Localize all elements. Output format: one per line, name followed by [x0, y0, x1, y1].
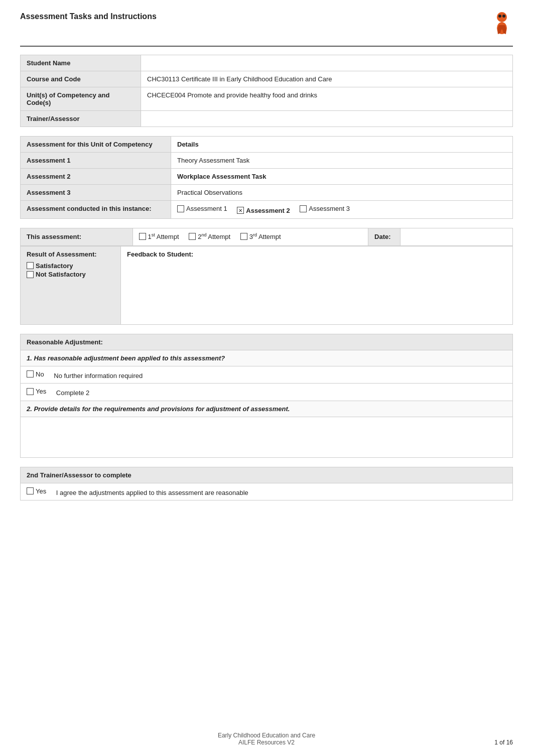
assessment3-checkbox-group[interactable]: Assessment 3 — [300, 205, 350, 212]
footer: Early Childhood Education and Care AILFE… — [0, 732, 533, 746]
assessment1-label: Assessment 1 — [21, 153, 171, 169]
page-title: Assessment Tasks and Instructions — [20, 10, 157, 21]
trainer-label: Trainer/Assessor — [21, 111, 141, 127]
assessment1-checkbox[interactable] — [177, 205, 184, 212]
assessment-col2-header: Details — [171, 137, 513, 153]
yes-group[interactable]: Yes — [27, 388, 46, 395]
attempt-table: This assessment: 1st Attempt 2nd Attempt… — [20, 228, 513, 246]
feedback-value — [127, 260, 506, 320]
trainer-value — [141, 111, 513, 127]
assessment3-checkbox-label: Assessment 3 — [309, 205, 350, 212]
student-name-label: Student Name — [21, 55, 141, 71]
assessment3-checkbox[interactable] — [300, 205, 307, 212]
reasonable-adjustment-section: Reasonable Adjustment: 1. Has reasonable… — [20, 334, 513, 458]
result-table: Result of Assessment: Satisfactory Not S… — [20, 246, 513, 325]
trainer-row: Trainer/Assessor — [21, 111, 513, 127]
q1-row: 1. Has reasonable adjustment been applie… — [21, 350, 512, 366]
assessment2-value: Workplace Assessment Task — [171, 169, 513, 185]
footer-center-text2: AILFE Resources V2 — [238, 739, 295, 746]
footer-center-text1: Early Childhood Education and Care — [218, 732, 315, 739]
assessment-unit-table: Assessment for this Unit of Competency D… — [20, 136, 513, 219]
header-logo — [483, 10, 513, 42]
not-satisfactory-label: Not Satisfactory — [36, 271, 86, 278]
assessment2-label: Assessment 2 — [21, 169, 171, 185]
second-trainer-section: 2nd Trainer/Assessor to complete Yes I a… — [20, 467, 513, 501]
no-label: No — [36, 370, 44, 378]
student-name-value — [141, 55, 513, 71]
second-trainer-header: 2nd Trainer/Assessor to complete — [21, 467, 512, 483]
attempt-checkboxes: 1st Attempt 2nd Attempt 3rd Attempt — [132, 228, 368, 245]
second-trainer-agree-row: Yes I agree the adjustments applied to t… — [21, 483, 512, 500]
assessment2-checkbox-group[interactable]: Assessment 2 — [237, 207, 290, 214]
assessment3-value: Practical Observations — [171, 185, 513, 201]
attempt-row: This assessment: 1st Attempt 2nd Attempt… — [21, 228, 513, 245]
student-info-table: Student Name Course and Code CHC30113 Ce… — [20, 55, 513, 127]
result-label: Result of Assessment: Satisfactory Not S… — [21, 246, 121, 324]
satisfactory-label: Satisfactory — [36, 262, 73, 270]
page-header: Assessment Tasks and Instructions — [20, 10, 513, 47]
yes-checkbox[interactable] — [27, 388, 34, 395]
result-row: Result of Assessment: Satisfactory Not S… — [21, 246, 513, 324]
assessment-header-row: Assessment for this Unit of Competency D… — [21, 137, 513, 153]
reasonable-adjustment-header: Reasonable Adjustment: — [21, 334, 512, 350]
not-satisfactory-checkbox[interactable] — [27, 271, 34, 278]
assessment-row-2: Assessment 2 Workplace Assessment Task — [21, 169, 513, 185]
yes-row: Yes Complete 2 — [21, 384, 512, 401]
no-group[interactable]: No — [27, 370, 44, 378]
conducted-value: Assessment 1 Assessment 2 Assessment 3 — [171, 201, 513, 219]
second-trainer-yes-checkbox[interactable] — [27, 487, 34, 494]
course-row: Course and Code CHC30113 Certificate III… — [21, 71, 513, 87]
feedback-label: Feedback to Student: — [127, 250, 193, 258]
assessment2-checkbox-label: Assessment 2 — [246, 207, 290, 214]
svg-point-0 — [497, 12, 507, 22]
second-trainer-yes-label: Yes — [36, 487, 46, 495]
course-label: Course and Code — [21, 71, 141, 87]
assessment-row-3: Assessment 3 Practical Observations — [21, 185, 513, 201]
course-value: CHC30113 Certificate III in Early Childh… — [141, 71, 513, 87]
result-of-assessment-label: Result of Assessment: — [27, 250, 97, 258]
q2-text: 2. Provide details for the requirements … — [27, 405, 290, 413]
yes-info: Complete 2 — [56, 389, 89, 397]
assessment3-label: Assessment 3 — [21, 185, 171, 201]
attempt3-checkbox[interactable] — [240, 233, 247, 240]
student-name-row: Student Name — [21, 55, 513, 71]
assessment1-value: Theory Assessment Task — [171, 153, 513, 169]
second-trainer-agree-text: I agree the adjustments applied to this … — [56, 488, 248, 496]
assessment-row-1: Assessment 1 Theory Assessment Task — [21, 153, 513, 169]
attempt2-group[interactable]: 2nd Attempt — [189, 232, 230, 240]
attempt3-group[interactable]: 3rd Attempt — [240, 232, 281, 240]
attempt3-label: 3rd Attempt — [249, 232, 281, 240]
no-row: No No further information required — [21, 366, 512, 384]
feedback-cell: Feedback to Student: — [121, 246, 513, 324]
assessment-col1-header: Assessment for this Unit of Competency — [21, 137, 171, 153]
unit-label: Unit(s) of Competency and Code(s) — [21, 87, 141, 111]
attempt1-label: 1st Attempt — [148, 232, 179, 240]
svg-point-2 — [498, 15, 501, 18]
second-trainer-yes-group[interactable]: Yes — [27, 487, 46, 495]
svg-point-3 — [502, 15, 505, 18]
footer-page: 1 of 16 — [494, 739, 513, 746]
no-info: No further information required — [54, 371, 143, 379]
no-checkbox[interactable] — [27, 370, 34, 377]
date-value — [401, 228, 513, 245]
attempt1-checkbox[interactable] — [139, 233, 146, 240]
not-satisfactory-group[interactable]: Not Satisfactory — [27, 271, 86, 278]
q2-row: 2. Provide details for the requirements … — [21, 401, 512, 417]
conducted-row: Assessment conducted in this instance: A… — [21, 201, 513, 219]
assessment1-checkbox-label: Assessment 1 — [186, 205, 227, 212]
q2-content-row — [21, 417, 512, 457]
assessment2-checkbox[interactable] — [237, 207, 244, 214]
unit-value: CHCECE004 Promote and provide healthy fo… — [141, 87, 513, 111]
this-assessment-label: This assessment: — [21, 228, 133, 245]
satisfactory-checkbox[interactable] — [27, 262, 34, 269]
attempt2-checkbox[interactable] — [189, 233, 196, 240]
conducted-label: Assessment conducted in this instance: — [21, 201, 171, 219]
date-label: Date: — [368, 228, 401, 245]
assessment1-checkbox-group[interactable]: Assessment 1 — [177, 205, 227, 212]
q1-text: 1. Has reasonable adjustment been applie… — [27, 354, 225, 362]
yes-label: Yes — [36, 388, 46, 395]
satisfactory-group[interactable]: Satisfactory — [27, 262, 73, 270]
unit-row: Unit(s) of Competency and Code(s) CHCECE… — [21, 87, 513, 111]
attempt1-group[interactable]: 1st Attempt — [139, 232, 179, 240]
attempt2-label: 2nd Attempt — [198, 232, 230, 240]
